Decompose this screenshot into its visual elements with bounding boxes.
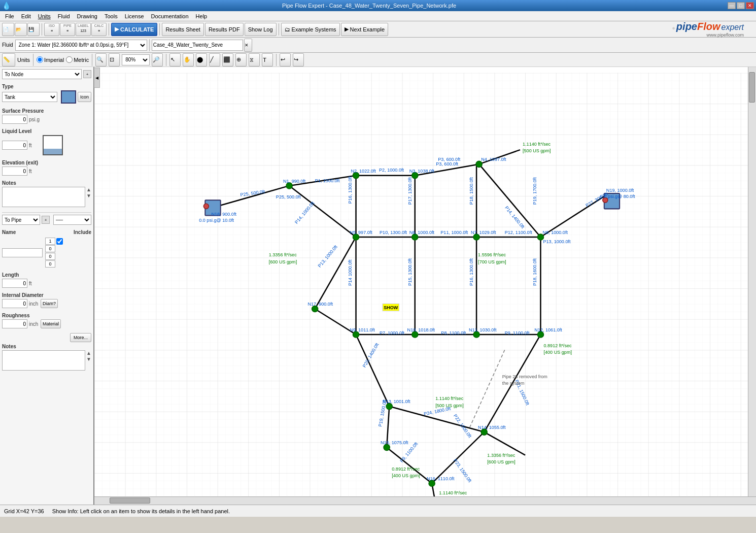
node-notes-input[interactable] <box>2 187 85 207</box>
calculate-button[interactable]: ▶ CALCULATE <box>111 23 157 36</box>
vertical-scrollbar-thumb[interactable] <box>749 72 755 103</box>
pipe-tool-btn[interactable]: ╱ <box>209 53 220 66</box>
tank-tool-btn[interactable]: ⬛ <box>222 53 233 66</box>
svg-text:P25, 500.0ft: P25, 500.0ft <box>276 194 301 199</box>
close-button[interactable]: ✕ <box>746 2 754 9</box>
svg-text:[500 US gpm]: [500 US gpm] <box>523 148 551 153</box>
pump-tool-btn[interactable]: ⊕ <box>235 53 247 66</box>
maximize-button[interactable]: □ <box>737 2 745 9</box>
label-btn[interactable]: LABEL123 <box>76 23 91 36</box>
new-btn[interactable]: 📄 <box>2 23 14 36</box>
material-btn[interactable]: Material <box>41 319 61 328</box>
open-btn[interactable]: 📂 <box>15 23 27 36</box>
example-systems-icon: 🗂 <box>285 26 290 32</box>
liquid-level-section: Liquid Level ft <box>2 128 91 157</box>
svg-text:P1, 1500.0ft: P1, 1500.0ft <box>315 178 340 183</box>
imperial-radio[interactable] <box>37 56 43 63</box>
length-input[interactable] <box>2 279 27 288</box>
svg-text:N19, 1000.0ft: N19, 1000.0ft <box>606 188 634 193</box>
surface-pressure-input[interactable] <box>2 115 27 124</box>
pipe-notes-input[interactable] <box>2 350 85 371</box>
scroll-down-btn[interactable]: ▼ <box>86 193 91 199</box>
svg-text:P14 1000.0ft: P14 1000.0ft <box>348 259 353 286</box>
pipe-notes-scroll-up[interactable]: ▲ <box>86 350 91 356</box>
elevation-input[interactable] <box>2 166 27 176</box>
elevation-unit: ft <box>29 169 39 174</box>
svg-text:N14, 1055.0ft: N14, 1055.0ft <box>478 425 506 430</box>
file-name-input[interactable] <box>152 40 243 51</box>
notes-scroll: ▲ ▼ <box>86 187 91 199</box>
canvas-area[interactable]: SHOW N1, 990.0ft N2, 1022.0ft N3, 1038.0… <box>94 67 756 505</box>
next-example-icon: ▶ <box>345 26 349 32</box>
results-pdf-label: Results PDF <box>209 26 240 32</box>
pipe-select[interactable]: To Pipe <box>2 215 40 225</box>
pipe-notes-label: Notes <box>2 344 91 349</box>
diam-btn[interactable]: Diam? <box>41 299 58 308</box>
liquid-level-input[interactable] <box>2 141 27 150</box>
name-num2-input[interactable] <box>45 245 55 252</box>
pipe-add-btn[interactable]: + <box>42 216 50 224</box>
units-icon-btn[interactable]: 📏 <box>2 53 15 66</box>
menu-file[interactable]: File <box>2 12 17 20</box>
menu-license[interactable]: License <box>122 12 147 20</box>
zoom-in-btn[interactable]: 🔎 <box>152 53 163 66</box>
minimize-button[interactable]: — <box>728 2 736 9</box>
text-tool-btn[interactable]: T <box>262 53 273 66</box>
zoom-select[interactable]: 80%100%50% <box>122 54 150 65</box>
diameter-input[interactable] <box>2 299 27 308</box>
menu-drawing[interactable]: Drawing <box>74 12 100 20</box>
roughness-input[interactable] <box>2 319 27 328</box>
iso-btn[interactable]: ISO≡ <box>44 23 59 36</box>
valve-tool-btn[interactable]: ⧖ <box>249 53 260 66</box>
undo-btn[interactable]: ↩ <box>280 53 291 66</box>
name-num3-input[interactable] <box>45 253 55 260</box>
connection-select[interactable]: To Node <box>2 69 82 79</box>
svg-text:1.1140 ft³/sec: 1.1140 ft³/sec <box>523 142 551 147</box>
node-tool-btn[interactable]: ⬤ <box>196 53 207 66</box>
collapse-panel-btn[interactable]: ◀ <box>94 68 94 88</box>
metric-radio-label[interactable]: Metric <box>66 56 89 63</box>
pipe-style-select[interactable]: ── <box>53 215 91 225</box>
name-num-input[interactable] <box>45 238 55 245</box>
save-btn[interactable]: 💾 <box>27 23 40 36</box>
next-example-button[interactable]: ▶ Next Example <box>341 23 388 36</box>
zoom-fit-btn[interactable]: ⊡ <box>109 53 120 66</box>
calc-icon-btn[interactable]: CALC≡ <box>91 23 107 36</box>
redo-btn[interactable]: ↪ <box>293 53 304 66</box>
menu-fluid[interactable]: Fluid <box>55 12 73 20</box>
pipe-notes-scroll-down[interactable]: ▼ <box>86 356 91 362</box>
roughness-label: Roughness <box>2 313 91 318</box>
metric-radio[interactable] <box>66 56 73 63</box>
pan-tool-btn[interactable]: ✋ <box>183 53 194 66</box>
select-tool-btn[interactable]: ↖ <box>169 53 181 66</box>
svg-text:[600 US gpm]: [600 US gpm] <box>487 459 516 464</box>
zoom-out-btn[interactable]: 🔍 <box>95 53 107 66</box>
include-checkbox[interactable] <box>56 238 63 245</box>
example-systems-button[interactable]: 🗂 Example Systems <box>281 23 340 36</box>
menu-help[interactable]: Help <box>193 12 211 20</box>
menu-edit[interactable]: Edit <box>18 12 34 20</box>
results-pdf-button[interactable]: Results PDF <box>205 23 244 36</box>
fluid-select[interactable]: Zone 1: Water [62.366000 lb/ft³ at 0.0ps… <box>15 40 147 51</box>
node-notes-section: Notes ▲ ▼ <box>2 180 91 207</box>
svg-text:P19, 1700.0ft: P19, 1700.0ft <box>532 177 537 205</box>
name-num4-input[interactable] <box>45 260 55 268</box>
file-close-btn[interactable]: ✕ <box>244 39 252 52</box>
results-sheet-button[interactable]: Results Sheet <box>162 23 203 36</box>
menu-tools[interactable]: Tools <box>101 12 121 20</box>
menu-units[interactable]: Units <box>35 12 54 20</box>
pipe-name-input[interactable] <box>2 248 43 257</box>
icon-button[interactable]: Icon <box>78 92 91 102</box>
scroll-up-btn[interactable]: ▲ <box>86 187 91 193</box>
type-select[interactable]: Tank <box>2 92 57 102</box>
show-log-button[interactable]: Show Log <box>245 23 277 36</box>
imperial-radio-label[interactable]: Imperial <box>37 56 64 63</box>
menu-documentation[interactable]: Documentation <box>148 12 192 20</box>
svg-point-35 <box>203 204 209 209</box>
vertical-scrollbar[interactable] <box>748 67 756 505</box>
rpt-btn[interactable]: PIPE≡ <box>60 23 75 36</box>
more-btn[interactable]: More... <box>70 333 91 342</box>
horizontal-scrollbar[interactable] <box>94 496 756 505</box>
horizontal-scrollbar-thumb[interactable] <box>110 497 150 504</box>
connection-add-btn[interactable]: + <box>83 70 91 78</box>
